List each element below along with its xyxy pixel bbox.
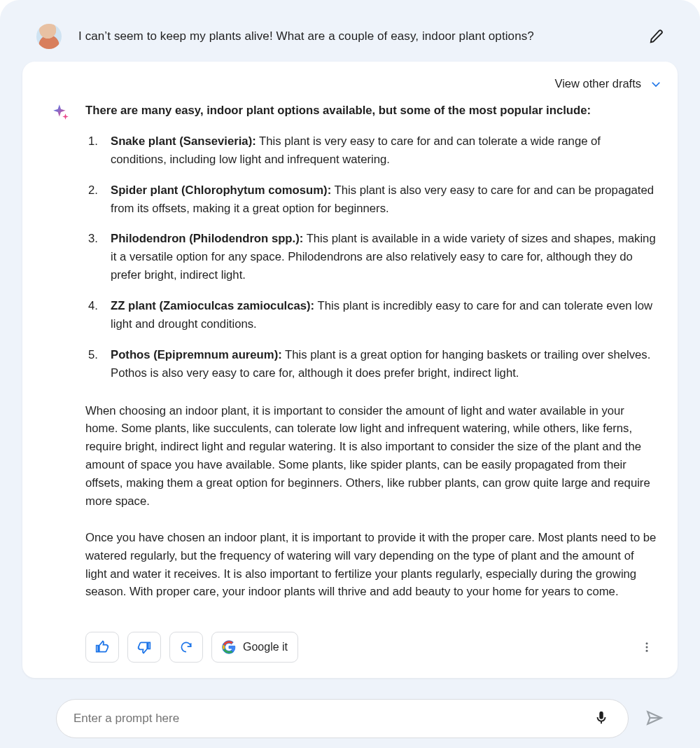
- more-vert-icon: [640, 641, 653, 653]
- thumbs-up-button[interactable]: [85, 632, 119, 663]
- response-intro: There are many easy, indoor plant option…: [85, 102, 657, 120]
- response-card: View other drafts There are many easy, i…: [22, 62, 678, 678]
- view-other-drafts-button[interactable]: View other drafts: [554, 77, 662, 90]
- more-options-button[interactable]: [637, 637, 657, 657]
- microphone-icon: [594, 710, 609, 726]
- edit-prompt-button[interactable]: [645, 25, 668, 48]
- response-paragraph: Once you have chosen an indoor plant, it…: [85, 529, 657, 602]
- prompt-input[interactable]: [74, 712, 592, 726]
- list-item: Spider plant (Chlorophytum comosum): Thi…: [85, 181, 657, 218]
- user-prompt-text: I can’t seem to keep my plants alive! Wh…: [78, 27, 629, 46]
- response-content: There are many easy, indoor plant option…: [85, 102, 657, 619]
- thumbs-down-icon: [137, 640, 151, 654]
- regenerate-button[interactable]: [169, 632, 203, 663]
- list-item: Philodendron (Philodendron spp.): This p…: [85, 230, 657, 284]
- google-logo-icon: [222, 640, 236, 654]
- google-it-button[interactable]: Google it: [211, 632, 298, 663]
- prompt-input-row: [8, 681, 692, 742]
- list-item: Pothos (Epipremnum aureum): This plant i…: [85, 346, 657, 382]
- thumbs-down-button[interactable]: [127, 632, 161, 663]
- plant-list: Snake plant (Sansevieria): This plant is…: [85, 132, 657, 382]
- google-it-label: Google it: [243, 641, 288, 653]
- conversation-panel: I can’t seem to keep my plants alive! Wh…: [0, 0, 700, 748]
- disclaimer-text: Bard may display inaccurate or offensive…: [8, 742, 692, 748]
- bard-sparkle-icon: [52, 103, 70, 121]
- prompt-box[interactable]: [56, 699, 629, 738]
- send-icon: [645, 709, 664, 727]
- user-turn: I can’t seem to keep my plants alive! Wh…: [8, 3, 692, 62]
- send-button[interactable]: [644, 708, 665, 729]
- svg-point-1: [646, 646, 648, 649]
- chevron-down-icon: [650, 78, 662, 90]
- user-avatar: [36, 24, 62, 49]
- mic-button[interactable]: [592, 709, 611, 728]
- list-item: Snake plant (Sansevieria): This plant is…: [85, 132, 657, 169]
- view-other-drafts-label: View other drafts: [554, 77, 641, 90]
- thumbs-up-icon: [95, 640, 109, 654]
- response-actions: Google it: [22, 619, 678, 663]
- response-paragraph: When choosing an indoor plant, it is imp…: [85, 402, 657, 511]
- list-item: ZZ plant (Zamioculcas zamioculcas): This…: [85, 297, 657, 333]
- pencil-icon: [649, 29, 664, 44]
- refresh-icon: [179, 640, 193, 654]
- svg-point-0: [646, 643, 648, 645]
- svg-point-2: [646, 650, 648, 652]
